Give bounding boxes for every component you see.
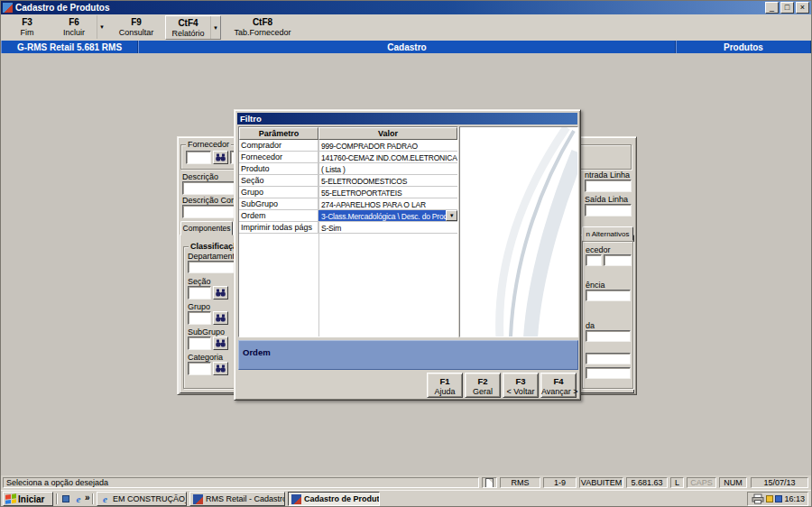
categoria-search-button[interactable]: [213, 362, 228, 375]
value-cell[interactable]: 999-COMPRADOR PADRAO: [318, 140, 457, 152]
right-input[interactable]: [586, 254, 602, 266]
voltar-button[interactable]: F3 < Voltar: [503, 373, 539, 398]
secao-input[interactable]: [188, 286, 211, 300]
param-cell: SubGrupo: [239, 198, 318, 210]
secao-label: Seção: [188, 277, 211, 286]
window-title: Cadastro de Produtos: [15, 3, 763, 13]
right-input[interactable]: [604, 254, 632, 266]
windows-logo-icon: [5, 493, 16, 503]
toolbar-button-fim[interactable]: F3 Fim: [6, 15, 48, 39]
app-window-icon: [291, 494, 301, 504]
quick-launch-chevron[interactable]: »: [85, 493, 90, 502]
button-key: F3: [503, 376, 538, 386]
grupo-label: Grupo: [188, 302, 210, 311]
value-cell[interactable]: 55-ELETROPORTATEIS: [318, 187, 457, 198]
toolbar-key: F3: [6, 17, 48, 27]
status-l-indicator: L: [670, 477, 684, 488]
dropdown-arrow-icon[interactable]: ▼: [446, 210, 457, 221]
grid-row-grupo: Grupo 55-ELETROPORTATEIS: [239, 187, 457, 198]
minimize-button[interactable]: _: [765, 2, 779, 14]
toolbar-label: Fim: [6, 28, 48, 37]
status-system: RMS: [500, 477, 540, 488]
task-label: Cadastro de Produtos: [304, 494, 380, 503]
button-key: F4: [541, 376, 576, 386]
right-input[interactable]: [586, 330, 631, 342]
status-range: 1-9: [543, 477, 577, 488]
value-cell[interactable]: ( Lista ): [318, 163, 457, 175]
entrada-linha-label: ntrada Linha: [585, 171, 630, 180]
grupo-input[interactable]: [188, 311, 211, 325]
value-cell[interactable]: 5-ELETRODOMESTICOS: [318, 175, 457, 187]
status-date: 15/07/13: [751, 477, 808, 488]
app-window: Cadastro de Produtos _ □ × F3 Fim F6 Inc…: [0, 0, 812, 507]
incluir-dropdown-button[interactable]: ▼: [97, 15, 106, 39]
button-label: Geral: [466, 387, 500, 396]
panel-title: Ordem: [243, 347, 271, 357]
toolbar-label: Relatório: [166, 29, 210, 38]
close-button[interactable]: ×: [796, 2, 809, 14]
taskbar-divider: [92, 493, 94, 504]
saida-linha-label: Saída Linha: [585, 195, 628, 204]
printer-icon[interactable]: [752, 493, 764, 504]
task-label: RMS Retail - Cadastro / ...: [206, 494, 285, 503]
tray-icon[interactable]: [775, 495, 782, 502]
tab-componentes[interactable]: Componentes: [180, 221, 233, 235]
filter-dialog: Filtro Parâmetro Valor Comprador 999-COM…: [234, 109, 581, 401]
app-icon: [3, 3, 13, 13]
categoria-input[interactable]: [188, 362, 211, 375]
button-label: Ajuda: [428, 387, 462, 396]
task-button-em-construcao[interactable]: e EM CONSTRUÇÃO_RMS ...: [97, 492, 187, 506]
right-input[interactable]: [586, 353, 631, 364]
fornecedor-group-label: Fornecedor: [186, 140, 231, 149]
fornecedor-code-input[interactable]: [186, 151, 211, 164]
param-cell: Seção: [239, 175, 318, 187]
binoculars-icon: [216, 339, 226, 347]
subgrupo-search-button[interactable]: [213, 336, 228, 350]
status-bar: Seleciona a opção desejada RMS 1-9 VABUI…: [1, 475, 811, 490]
secao-search-button[interactable]: [213, 286, 228, 300]
grupo-search-button[interactable]: [213, 311, 228, 325]
value-cell[interactable]: S-Sim: [318, 222, 457, 234]
toolbar: F3 Fim F6 Incluir ▼ F9 Consultar CtF4 Re…: [1, 14, 811, 41]
right-input[interactable]: [586, 367, 631, 379]
chevron-down-icon: ▼: [99, 24, 105, 30]
toolbar-button-tab-fornecedor[interactable]: CtF8 Tab.Fornecedor: [226, 15, 299, 39]
entrada-linha-input[interactable]: [585, 180, 632, 192]
right-input[interactable]: [586, 290, 631, 301]
fornecedor-search-button[interactable]: [213, 151, 228, 164]
header-screen: Produtos: [676, 41, 811, 53]
value-cell[interactable]: 274-APARELHOS PARA O LAR: [318, 198, 457, 210]
task-button-rms-retail[interactable]: RMS Retail - Cadastro / ...: [189, 492, 285, 506]
task-button-cadastro-produtos[interactable]: Cadastro de Produtos: [288, 492, 380, 506]
geral-button[interactable]: F2 Geral: [465, 373, 501, 398]
avancar-button[interactable]: F4 Avançar >: [540, 373, 577, 398]
toolbar-key: CtF4: [166, 18, 210, 28]
task-label: EM CONSTRUÇÃO_RMS ...: [113, 494, 187, 503]
categoria-label: Categoria: [188, 353, 223, 362]
toolbar-label: Incluir: [51, 28, 97, 37]
toolbar-button-consultar[interactable]: F9 Consultar: [111, 15, 161, 39]
referencia-fragment-label: ência: [586, 281, 605, 290]
quick-launch-desktop-icon[interactable]: [60, 493, 72, 505]
saida-linha-input[interactable]: [585, 204, 632, 217]
clock: 16:13: [784, 494, 805, 503]
toolbar-key: F9: [111, 17, 161, 27]
param-cell: Comprador: [239, 140, 318, 152]
tray-icon[interactable]: [766, 495, 773, 502]
tab-alternativos[interactable]: n Alternativos: [582, 226, 633, 241]
relatorio-dropdown-button[interactable]: ▼: [210, 16, 220, 39]
toolbar-key: CtF8: [226, 17, 299, 27]
toolbar-button-incluir[interactable]: F6 Incluir: [51, 15, 97, 39]
toolbar-button-relatorio[interactable]: CtF4 Relatório: [166, 16, 210, 39]
start-button[interactable]: Iniciar: [3, 492, 53, 506]
value-cell[interactable]: 141760-CEMAZ IND.COM.ELETRONICA DA AM: [318, 152, 457, 163]
taskbar-divider: [56, 493, 58, 504]
maximize-button[interactable]: □: [780, 2, 794, 14]
fornecedor-fragment-label: ecedor: [586, 245, 611, 254]
toolbar-label: Consultar: [111, 28, 161, 37]
subgrupo-input[interactable]: [188, 336, 211, 350]
ordem-combobox[interactable]: 3-Class.Mercadológica \ Desc. do Produto…: [318, 210, 457, 222]
status-num-indicator: NUM: [719, 477, 747, 488]
help-button[interactable]: F1 Ajuda: [427, 373, 463, 398]
quick-launch-ie-icon[interactable]: e: [72, 493, 85, 505]
